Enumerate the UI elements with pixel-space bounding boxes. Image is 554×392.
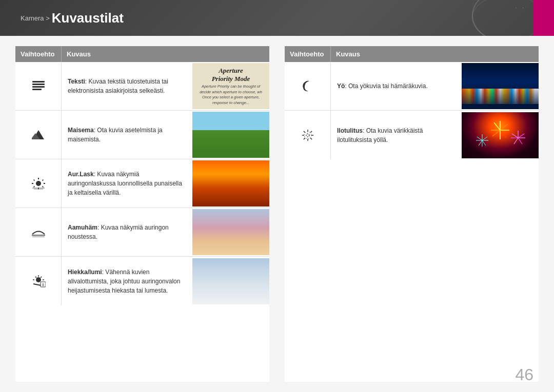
- svg-line-50: [514, 138, 518, 144]
- table-row: Yö: Ota yökuvia tai hämäräkuvia.: [285, 62, 539, 111]
- teksti-icon: [15, 62, 62, 110]
- right-table-header: Vaihtoehto Kuvaus: [285, 46, 539, 62]
- aurlask-text: Aur.Lask: Kuvaa näkymiä auringonlaskussa…: [62, 159, 192, 208]
- aurlask-image: [192, 159, 269, 208]
- deco-arc-2: [472, 0, 544, 36]
- svg-line-41: [500, 130, 506, 138]
- yo-icon: [285, 62, 331, 110]
- hiekka-icon: ±: [15, 257, 62, 305]
- svg-line-39: [500, 124, 508, 130]
- table-row: Aur.Lask: Kuvaa näkymiä auringonlaskussa…: [15, 159, 269, 208]
- svg-rect-2: [32, 86, 45, 88]
- right-th-vaihtoehto: Vaihtoehto: [285, 46, 331, 62]
- fireworks-svg: [462, 112, 539, 158]
- svg-line-37: [303, 138, 305, 139]
- city-lights: [462, 89, 539, 104]
- svg-rect-0: [32, 81, 45, 82]
- svg-line-36: [310, 131, 312, 132]
- svg-point-6: [36, 181, 41, 186]
- svg-line-13: [42, 180, 43, 181]
- aurlask-label: Aur.Lask: Kuvaa näkymiä auringonlaskussa…: [68, 170, 186, 197]
- svg-text:±: ±: [42, 282, 44, 287]
- pink-accent-box: [533, 0, 554, 36]
- svg-point-28: [306, 134, 309, 137]
- svg-line-52: [512, 134, 518, 138]
- right-th-kuvaus: Kuvaus: [331, 46, 539, 62]
- aurlask-img: [192, 160, 269, 207]
- aamuham-img: [192, 209, 269, 255]
- svg-line-59: [477, 137, 482, 140]
- teksti-label: Teksti: Kuvaa tekstiä tulostetuista tai …: [68, 77, 186, 95]
- yo-text: Yö: Ota yökuvia tai hämäräkuvia.: [331, 62, 462, 110]
- right-table: Vaihtoehto Kuvaus Yö: Ota yökuvia tai hä…: [285, 46, 539, 382]
- yo-label: Yö: Ota yökuvia tai hämäräkuvia.: [337, 81, 428, 91]
- yo-image: [462, 62, 539, 110]
- left-table: Vaihtoehto Kuvaus Teksti: Kuvaa tekstiä …: [15, 46, 269, 382]
- svg-line-34: [303, 131, 305, 132]
- hiekka-image: [192, 257, 269, 305]
- main-content: Vaihtoehto Kuvaus Teksti: Kuvaa tekstiä …: [0, 36, 554, 392]
- breadcrumb: Kamera >: [21, 14, 50, 22]
- teksti-image: AperturePriority Mode Aperture Priority …: [192, 62, 269, 110]
- left-table-header: Vaihtoehto Kuvaus: [15, 46, 269, 62]
- table-row: Aamuhäm: Kuvaa näkymiä auringon noustess…: [15, 208, 269, 257]
- svg-line-57: [479, 140, 482, 146]
- maisema-image: [192, 111, 269, 159]
- ilotulitus-icon: [285, 111, 331, 159]
- maisema-text: Maisema: Ota kuvia asetelmista ja maisem…: [62, 111, 192, 159]
- maisema-label: Maisema: Ota kuvia asetelmista ja maisem…: [68, 126, 186, 144]
- page-title: Kuvaustilat: [52, 10, 124, 26]
- aamuham-text: Aamuhäm: Kuvaa näkymiä auringon noustess…: [62, 208, 192, 256]
- svg-rect-1: [32, 84, 45, 85]
- svg-rect-3: [32, 89, 42, 90]
- svg-line-12: [42, 186, 43, 187]
- yo-img: [462, 63, 539, 109]
- table-row: ± Hiekka/lumi: Vähennä kuvien alivalottu…: [15, 257, 269, 305]
- left-th-kuvaus: Kuvaus: [62, 46, 269, 62]
- ilotulitus-text: Ilotulitus: Ota kuvia värikkäistä ilotul…: [331, 111, 462, 159]
- priority-mode-img: AperturePriority Mode Aperture Priority …: [192, 63, 269, 109]
- page-header: Kamera > Kuvaustilat · ·: [0, 0, 554, 36]
- svg-line-45: [494, 122, 500, 130]
- table-row: Teksti: Kuvaa tekstiä tulostetuista tai …: [15, 62, 269, 111]
- teksti-text: Teksti: Kuvaa tekstiä tulostetuista tai …: [62, 62, 192, 110]
- svg-line-49: [518, 138, 522, 144]
- aurlask-icon: [15, 159, 62, 208]
- hiekka-label: Hiekka/lumi: Vähennä kuvien alivalottumi…: [68, 267, 186, 295]
- left-th-vaihtoehto: Vaihtoehto: [15, 46, 62, 62]
- aamuham-icon: [15, 208, 62, 256]
- pm-subtitle: Aperture Priority can be thought ofdecid…: [200, 84, 262, 106]
- svg-line-54: [482, 137, 487, 140]
- hiekka-img: [192, 258, 269, 304]
- header-decoration: · ·: [451, 0, 554, 36]
- svg-line-14: [33, 186, 34, 187]
- svg-line-24: [35, 276, 36, 277]
- svg-line-11: [33, 180, 34, 181]
- table-row: Ilotulitus: Ota kuvia värikkäistä ilotul…: [285, 111, 539, 159]
- table-row: Maisema: Ota kuvia asetelmista ja maisem…: [15, 111, 269, 159]
- maisema-icon: [15, 111, 62, 159]
- svg-point-19: [36, 277, 41, 282]
- svg-line-23: [41, 276, 42, 277]
- svg-point-29: [304, 132, 311, 139]
- hiekka-text: Hiekka/lumi: Vähennä kuvien alivalottumi…: [62, 257, 192, 305]
- ilotulitus-img: [462, 112, 539, 158]
- pm-title: AperturePriority Mode: [212, 67, 250, 82]
- svg-line-56: [482, 140, 486, 146]
- ilotulitus-label: Ilotulitus: Ota kuvia värikkäistä ilotul…: [337, 126, 456, 145]
- svg-line-35: [310, 138, 312, 139]
- page-number: 46: [515, 365, 533, 384]
- header-stars: · ·: [516, 5, 526, 11]
- svg-line-47: [518, 134, 524, 138]
- maisema-img: [192, 112, 269, 158]
- aamuham-image: [192, 208, 269, 256]
- aamuham-label: Aamuhäm: Kuvaa näkymiä auringon noustess…: [68, 223, 186, 241]
- svg-line-43: [492, 130, 500, 136]
- ilotulitus-image: [462, 111, 539, 159]
